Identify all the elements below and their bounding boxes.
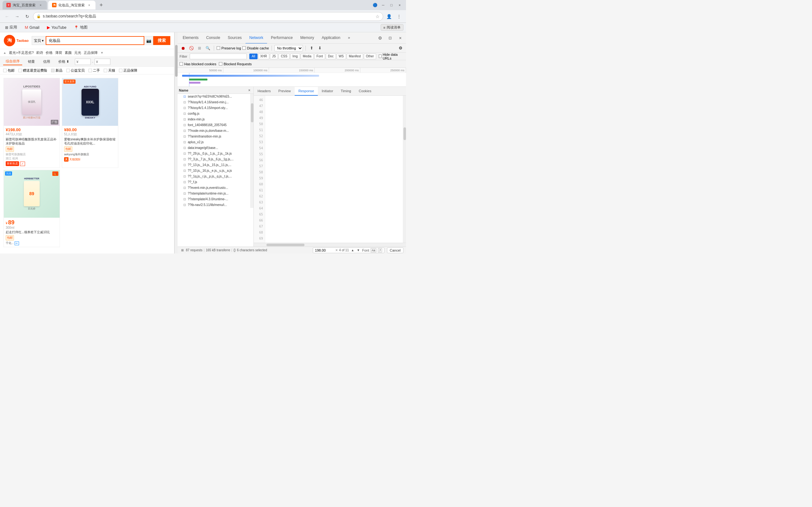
back-button[interactable]: ← bbox=[3, 12, 11, 21]
sort-sales[interactable]: 销量 bbox=[26, 58, 38, 65]
detail-tab-preview[interactable]: Preview bbox=[275, 87, 295, 96]
filter-item-0[interactable]: 遮光>不足恶劣? bbox=[9, 50, 34, 55]
nl-item-1[interactable]: ⊡ search?q=%E5%8C%96%E5... bbox=[177, 94, 250, 100]
filter-manifest[interactable]: Manifest bbox=[347, 54, 363, 59]
profile-button[interactable]: 👤 bbox=[385, 12, 393, 21]
cb-ershou[interactable]: 二手 bbox=[89, 68, 100, 73]
bookmark-maps[interactable]: 📍 地图 bbox=[71, 24, 90, 31]
filter-item-4[interactable]: 素颜 bbox=[65, 50, 72, 55]
import-har-button[interactable]: ⬆ bbox=[308, 45, 315, 52]
nl-item-5[interactable]: ⊡ index-min.js bbox=[177, 117, 250, 122]
tab-taobao-search[interactable]: 淘 化妆品_淘宝搜索 × bbox=[48, 1, 96, 9]
filter-js[interactable]: JS bbox=[270, 54, 278, 59]
export-har-button[interactable]: ⬇ bbox=[316, 45, 323, 52]
response-scrollbar[interactable] bbox=[403, 96, 406, 243]
nl-item-6[interactable]: ⊡ font_1404888168_2057645 bbox=[177, 122, 250, 128]
sort-price[interactable]: 价格 ⬍ bbox=[56, 58, 72, 65]
dt-tab-console[interactable]: Console bbox=[202, 32, 224, 44]
search-category-dropdown[interactable]: 宝贝 ▾ bbox=[32, 36, 46, 45]
search-button[interactable]: 搜索 bbox=[153, 36, 170, 45]
bookmark-star-icon[interactable]: ☆ bbox=[375, 14, 380, 19]
nl-item-15[interactable]: ⊡ ??_1q.js,_r.js,_p.js,_q.js,_t.js,... bbox=[177, 174, 250, 179]
nl-item-13[interactable]: ⊡ ??_13.js,_14.js,_15.js,_11.js,... bbox=[177, 162, 250, 168]
menu-button[interactable]: ⋮ bbox=[395, 12, 403, 21]
nl-item-19[interactable]: ⊡ ??xtemplate/4.3.0/runtime-... bbox=[177, 196, 250, 202]
detail-tab-response[interactable]: Response bbox=[295, 87, 318, 96]
detail-tab-headers[interactable]: Headers bbox=[254, 87, 275, 96]
detail-tab-timing[interactable]: Timing bbox=[337, 87, 355, 96]
nl-item-11[interactable]: ⊡ ??_29.js,_0.js,_1.js,_2.js,_1k.js bbox=[177, 151, 250, 157]
nl-item-10[interactable]: ⊡ data:image/gif;base... bbox=[177, 145, 250, 151]
nl-scrollbar[interactable] bbox=[250, 94, 253, 208]
filter-requests-icon[interactable]: ⊞ bbox=[196, 45, 203, 52]
nl-item-2[interactable]: ⊡ ??kissy/k/1.4.16/seed-min.j... bbox=[177, 100, 250, 105]
tab-taobao-baidu[interactable]: T 淘宝_百度搜索 × bbox=[3, 1, 47, 9]
clear-button[interactable]: 🚫 bbox=[188, 45, 195, 52]
filter-font[interactable]: Font bbox=[314, 54, 325, 59]
filter-item-5[interactable]: 元光 bbox=[74, 50, 81, 55]
cb-xinpin[interactable]: 新品 bbox=[51, 68, 62, 73]
dt-dock-icon[interactable]: ⊡ bbox=[386, 34, 395, 43]
cb-gongyi[interactable]: 公益宝贝 bbox=[66, 68, 85, 73]
filter-item-3[interactable]: 薄荷 bbox=[55, 50, 62, 55]
filter-css[interactable]: CSS bbox=[278, 54, 290, 59]
has-blocked-cookies-checkbox[interactable] bbox=[180, 62, 183, 66]
nl-item-20[interactable]: ⊡ ??tb-nav/2.5.11/lib/menu/i... bbox=[177, 202, 250, 208]
filter-xhr[interactable]: XHR bbox=[258, 54, 269, 59]
filter-item-2[interactable]: 价格 bbox=[46, 50, 53, 55]
bookmark-apps[interactable]: ⊞ 应用 bbox=[3, 24, 20, 31]
filter-img[interactable]: Img bbox=[290, 54, 300, 59]
price-from-input[interactable] bbox=[75, 59, 91, 65]
nl-item-4[interactable]: ⊡ config.js bbox=[177, 111, 250, 117]
throttle-select[interactable]: No throttling bbox=[274, 45, 303, 51]
camera-search-icon[interactable]: 📷 bbox=[144, 36, 153, 45]
search-prev-button[interactable]: ▲ bbox=[350, 248, 355, 253]
dt-tab-performance[interactable]: Performance bbox=[267, 32, 297, 44]
response-hscroll[interactable] bbox=[254, 243, 406, 246]
tab-close-2[interactable]: × bbox=[87, 3, 92, 8]
detail-tab-initiator[interactable]: Initiator bbox=[318, 87, 337, 96]
filter-bottom-icon[interactable]: ⊞ bbox=[180, 248, 185, 252]
search-input[interactable] bbox=[46, 36, 144, 45]
regex-button[interactable]: .* bbox=[378, 248, 382, 252]
hide-data-urls-check[interactable]: Hide data URLs bbox=[379, 53, 404, 60]
dt-settings-icon[interactable]: ⚙ bbox=[375, 34, 385, 43]
bookmark-gmail[interactable]: M Gmail bbox=[22, 24, 42, 31]
bookmark-youtube[interactable]: ▶ YouTube bbox=[44, 24, 69, 31]
cb-tuihuo[interactable]: 赠送退货运费险 bbox=[18, 68, 47, 73]
tab-close-1[interactable]: × bbox=[38, 3, 43, 8]
filter-other[interactable]: Other bbox=[364, 54, 376, 59]
cb-baoyou[interactable]: 包邮 bbox=[3, 68, 14, 73]
sort-credit[interactable]: 信用 bbox=[41, 58, 53, 65]
search-clear-icon[interactable]: ✕ bbox=[335, 248, 338, 252]
search-requests-icon[interactable]: 🔍 bbox=[204, 45, 211, 52]
nl-item-14[interactable]: ⊡ ??_10.js,_16.js,_e.js,_u.js,_a.js bbox=[177, 168, 250, 174]
dt-tab-memory[interactable]: Memory bbox=[297, 32, 318, 44]
search-next-button[interactable]: ▼ bbox=[356, 248, 361, 253]
nl-item-17[interactable]: ⊡ ??event-min.js,event/custo... bbox=[177, 185, 250, 191]
reading-mode-button[interactable]: ≡ 阅读清单 bbox=[380, 24, 403, 31]
detail-tab-cookies[interactable]: Cookies bbox=[355, 87, 375, 96]
taobao-logo[interactable]: 淘 Taobao bbox=[4, 35, 29, 46]
preserve-log-checkbox[interactable] bbox=[217, 46, 220, 50]
product-shop-row-2[interactable]: aekyung海外旗舰店 bbox=[64, 153, 116, 157]
extension-icon[interactable]: 🔵 bbox=[371, 1, 379, 9]
refresh-button[interactable]: ↻ bbox=[23, 12, 32, 21]
nl-item-16[interactable]: ⊡ ??_f.js bbox=[177, 179, 250, 185]
filter-ws[interactable]: WS bbox=[337, 54, 346, 59]
scroll-up-icon[interactable]: ▲ bbox=[3, 51, 6, 55]
scroll-down-icon[interactable]: ▼ bbox=[100, 51, 103, 55]
search-cancel-button[interactable]: Cancel bbox=[387, 247, 403, 253]
disable-cache-checkbox[interactable] bbox=[242, 46, 246, 50]
new-tab-button[interactable]: + bbox=[97, 1, 106, 9]
product-card-2[interactable]: AEKYUNG XXXL SNEAKY 官方直营 ¥80.00 51人付款 爱敬… bbox=[62, 78, 118, 168]
match-case-button[interactable]: Aa bbox=[370, 248, 376, 252]
dt-tab-application[interactable]: Application bbox=[318, 32, 344, 44]
dt-tab-elements[interactable]: Elements bbox=[179, 32, 202, 44]
dt-close-button[interactable]: × bbox=[396, 34, 405, 43]
filter-doc[interactable]: Doc bbox=[326, 54, 336, 59]
close-button[interactable]: × bbox=[396, 1, 403, 9]
minimize-button[interactable]: ─ bbox=[379, 1, 387, 9]
product-shop-1[interactable]: 丽普司肽旗舰店 bbox=[6, 153, 58, 157]
maximize-button[interactable]: □ bbox=[388, 1, 395, 9]
